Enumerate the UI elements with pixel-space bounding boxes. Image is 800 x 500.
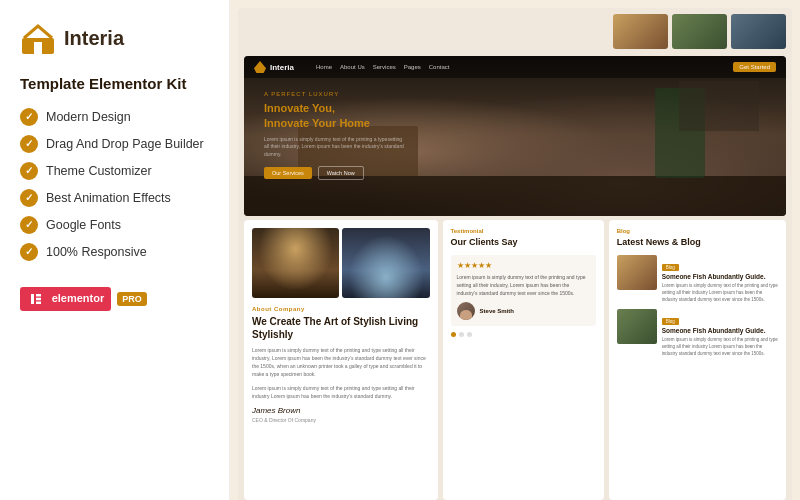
- about-signature: James Brown: [252, 406, 430, 415]
- testimonial-stars: ★★★★★: [457, 261, 590, 270]
- nav-link-about: About Us: [340, 64, 365, 70]
- check-icon-fonts: [20, 216, 38, 234]
- blog-section: Blog Latest News & Blog Blog Someone Fis…: [609, 220, 786, 500]
- about-content: About Company We Create The Art of Styli…: [244, 298, 438, 431]
- svg-rect-3: [31, 294, 34, 304]
- check-icon-responsive: [20, 243, 38, 261]
- blog-card-content-1: Blog Someone Fish Abundantly Guide. Lore…: [662, 255, 778, 304]
- dot-2[interactable]: [459, 332, 464, 337]
- hero-desc: Lorem ipsum is simply dummy text of the …: [264, 136, 404, 159]
- about-sig-title: CEO & Director Of Company: [252, 417, 430, 423]
- top-thumbs: [244, 14, 786, 49]
- about-img-living: [342, 228, 429, 298]
- testimonial-heading: Our Clients Say: [451, 237, 596, 247]
- hero-section: Interia Home About Us Services Pages Con…: [244, 56, 786, 216]
- nav-cta-btn[interactable]: Get Started: [733, 62, 776, 72]
- author-name: Steve Smith: [480, 308, 514, 314]
- hero-eyebrow: A Perfect Luxury: [264, 91, 404, 97]
- dot-1[interactable]: [451, 332, 456, 337]
- full-preview: Interia Home About Us Services Pages Con…: [238, 8, 792, 500]
- feature-google-fonts: Google Fonts: [20, 216, 209, 234]
- right-panel: Interia Home About Us Services Pages Con…: [230, 0, 800, 500]
- logo-text: Interia: [64, 27, 124, 50]
- blog-eyebrow: Blog: [617, 228, 778, 234]
- blog-img-1: [617, 255, 657, 290]
- kit-title: Template Elementor Kit: [20, 74, 209, 94]
- about-eyebrow: About Company: [252, 306, 430, 312]
- about-images-row: [244, 220, 438, 298]
- blog-img-2: [617, 309, 657, 344]
- testimonial-section: Testimonial Our Clients Say ★★★★★ Lorem …: [443, 220, 604, 500]
- nav-link-contact: Contact: [429, 64, 450, 70]
- hero-btn-primary[interactable]: Our Services: [264, 167, 312, 179]
- svg-rect-4: [36, 294, 41, 297]
- feature-list: Modern Design Drag And Drop Page Builder…: [20, 108, 209, 261]
- blog-desc-1: Lorem ipsum is simply dummy text of the …: [662, 283, 778, 303]
- testimonial-text: Lorem ipsum is simply dummy text of the …: [457, 273, 590, 297]
- check-icon-animation: [20, 189, 38, 207]
- blog-title-2: Someone Fish Abundantly Guide.: [662, 327, 778, 335]
- feature-drag-drop: Drag And Drop Page Builder: [20, 135, 209, 153]
- feature-modern-design: Modern Design: [20, 108, 209, 126]
- feature-responsive: 100% Responsive: [20, 243, 209, 261]
- blog-cards: Blog Someone Fish Abundantly Guide. Lore…: [617, 255, 778, 357]
- thumb-3: [731, 14, 786, 49]
- testimonial-card: ★★★★★ Lorem ipsum is simply dummy text o…: [451, 255, 596, 326]
- logo-area: Interia: [20, 20, 209, 56]
- blog-title-1: Someone Fish Abundantly Guide.: [662, 273, 778, 281]
- check-icon-theme: [20, 162, 38, 180]
- blog-desc-2: Lorem ipsum is simply dummy text of the …: [662, 337, 778, 357]
- nav-link-services: Services: [373, 64, 396, 70]
- testimonial-dots: [451, 332, 596, 337]
- dot-3[interactable]: [467, 332, 472, 337]
- hero-text-area: A Perfect Luxury Innovate You, Innovate …: [264, 91, 404, 180]
- about-img-dining: [252, 228, 339, 298]
- check-icon-modern: [20, 108, 38, 126]
- about-body-1: Lorem ipsum is simply dummy text of the …: [252, 346, 430, 378]
- elementor-badge: elementor PRO: [20, 287, 209, 311]
- check-icon-drag: [20, 135, 38, 153]
- hero-btn-secondary[interactable]: Watch Now: [318, 166, 364, 180]
- nav-logo-text: Interia: [270, 63, 294, 72]
- blog-tag-2: Blog: [662, 318, 679, 325]
- hero-btns: Our Services Watch Now: [264, 166, 404, 180]
- testimonial-eyebrow: Testimonial: [451, 228, 596, 234]
- nav-link-home: Home: [316, 64, 332, 70]
- thumb-1: [613, 14, 668, 49]
- logo-icon: [20, 20, 56, 56]
- elementor-logo: elementor: [20, 287, 111, 311]
- blog-tag-1: Blog: [662, 264, 679, 271]
- pro-badge: PRO: [117, 292, 147, 306]
- feature-animation: Best Animation Effects: [20, 189, 209, 207]
- bottom-content-row: About Company We Create The Art of Styli…: [244, 220, 786, 500]
- nav-link-pages: Pages: [404, 64, 421, 70]
- left-panel: Interia Template Elementor Kit Modern De…: [0, 0, 230, 500]
- svg-rect-6: [36, 301, 41, 304]
- hero-nav-logo: Interia: [254, 61, 294, 73]
- thumb-2: [672, 14, 727, 49]
- nav-links: Home About Us Services Pages Contact: [316, 64, 449, 70]
- about-body-2: Lorem ipsum is simply dummy text of the …: [252, 384, 430, 400]
- blog-card-content-2: Blog Someone Fish Abundantly Guide. Lore…: [662, 309, 778, 358]
- author-avatar: [457, 302, 475, 320]
- svg-rect-5: [36, 297, 41, 300]
- testimonial-author: Steve Smith: [457, 302, 590, 320]
- blog-card-2: Blog Someone Fish Abundantly Guide. Lore…: [617, 309, 778, 358]
- feature-theme-customizer: Theme Customizer: [20, 162, 209, 180]
- blog-card-1: Blog Someone Fish Abundantly Guide. Lore…: [617, 255, 778, 304]
- about-section: About Company We Create The Art of Styli…: [244, 220, 438, 500]
- nav-logo-icon: [254, 61, 266, 73]
- blog-heading: Latest News & Blog: [617, 237, 778, 247]
- about-heading: We Create The Art of Stylish Living Styl…: [252, 315, 430, 341]
- hero-heading: Innovate You, Innovate Your Home: [264, 101, 404, 132]
- hero-nav: Interia Home About Us Services Pages Con…: [244, 56, 786, 78]
- svg-rect-1: [34, 42, 42, 54]
